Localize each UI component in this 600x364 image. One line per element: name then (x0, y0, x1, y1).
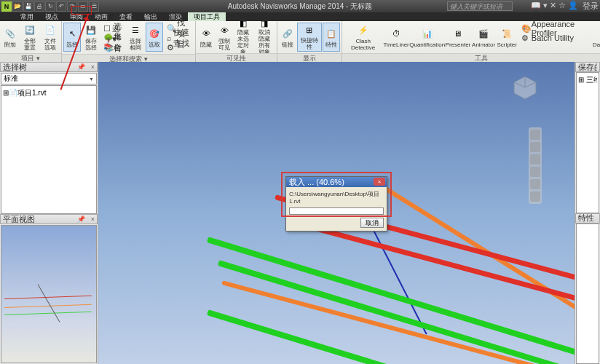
appearance-profiler-button[interactable]: 🎨Appearance Profiler (519, 23, 591, 33)
qat-save-icon[interactable]: 💾 (23, 1, 33, 12)
sets-button[interactable]: 📚集合 ▾ (101, 42, 125, 52)
nav-walk-icon[interactable] (530, 191, 540, 202)
sign-in[interactable]: 登录 (583, 1, 599, 12)
pin-icon[interactable]: 📌 (77, 63, 85, 71)
model-pipe[interactable] (207, 237, 575, 364)
selection-tree-title: 选择树 (3, 62, 27, 73)
scripter-icon: 📜 (500, 26, 514, 41)
nav-orbit-icon[interactable] (530, 167, 540, 177)
ribbon-group-visibility: 👁隐藏 👁强制可见 ◧隐藏未选定对象 ◨取消隐藏所有对象 可见性 (196, 21, 277, 61)
properties-header[interactable]: 特性 (575, 213, 600, 223)
qat-redo-icon[interactable]: ↷ (67, 1, 77, 12)
clash-button[interactable]: ⚡Clash Detective (344, 23, 382, 52)
cursor-icon: ↖ (65, 26, 79, 41)
select-same-button[interactable]: ☰选择相同 (127, 23, 145, 52)
dialog-path: C:\Users\wangyunan\Desktop\项目1.rvt (289, 190, 384, 205)
tree-item[interactable]: ⊞📄项目1.rvt (3, 87, 95, 99)
unhide-all-button[interactable]: ◨取消隐藏所有对象 (254, 23, 275, 52)
file-options-icon: 📄 (43, 23, 58, 37)
ribbon-group-tools: ⚡Clash Detective ⏱TimeLiner 📊Quantificat… (342, 21, 600, 61)
dialog-close-icon[interactable]: × (374, 178, 385, 186)
dialog-title-bar[interactable]: 载入 ... (40.6%) × (286, 177, 387, 187)
saved-viewpoints-header[interactable]: 保存的视点 (575, 62, 600, 72)
plan-view-title: 平面视图 (3, 214, 35, 225)
viewcube[interactable] (510, 73, 540, 102)
qat-select-icon[interactable]: ▭ (78, 1, 88, 12)
saved-viewpoints-tree[interactable]: ⊞ 三维视 (576, 72, 599, 213)
tree-mode-dropdown[interactable]: 标准 (1, 73, 97, 84)
help-icon[interactable]: 📖 ▾ ✕ ☆ 👤 (531, 1, 578, 12)
hide-unsel-icon: ◧ (236, 19, 250, 28)
navigation-bar[interactable] (529, 127, 542, 204)
cancel-button[interactable]: 取消 (360, 218, 384, 228)
timeliner-icon: ⏱ (389, 26, 403, 41)
nav-zoom-icon[interactable] (530, 154, 540, 165)
datatools-button[interactable]: 🗄DataTools (593, 23, 600, 52)
tree-icon: 🌳 (103, 33, 112, 42)
hide-unselected-button[interactable]: ◧隐藏未选定对象 (234, 23, 253, 52)
save-sel-icon: 💾 (84, 23, 98, 37)
quick-find-input[interactable]: ⌕快速查找 (165, 33, 193, 42)
plan-line (38, 284, 60, 322)
properties-panel[interactable] (576, 223, 599, 365)
batch-icon: ⚙ (521, 33, 530, 42)
search-input[interactable]: 键入关键字或短语 (447, 1, 513, 11)
pick-button[interactable]: 🎯选取 (146, 23, 163, 52)
close-icon[interactable]: × (91, 63, 95, 71)
animator-button[interactable]: 🎬Animator (472, 23, 496, 52)
require-button[interactable]: 👁强制可见 (216, 23, 233, 52)
close-icon[interactable]: × (91, 215, 95, 223)
tab-item-tools[interactable]: 项目工具 (188, 12, 226, 21)
dialog-title: 载入 ... (40.6%) (289, 177, 344, 188)
plan-line (4, 304, 92, 308)
refresh-icon: 🔄 (23, 23, 37, 37)
nav-look-icon[interactable] (530, 179, 540, 189)
window-controls: 📖 ▾ ✕ ☆ 👤 登录 (531, 1, 599, 12)
tab-output[interactable]: 输出 (138, 12, 163, 21)
selection-tree-header[interactable]: 选择树 📌 × (0, 62, 98, 72)
ribbon-tabs: 常用 视点 审阅 动画 查看 输出 渲染 项目工具 (0, 12, 600, 21)
file-options-button[interactable]: 📄文件选项 (40, 23, 60, 52)
presenter-button[interactable]: 🖥Presenter (445, 23, 470, 52)
model-pipe[interactable] (221, 280, 575, 364)
pin-icon[interactable]: 📌 (77, 215, 85, 223)
select-button[interactable]: ↖选择 (63, 23, 81, 52)
tab-review[interactable]: 审阅 (64, 12, 89, 21)
tab-home[interactable]: 常用 (15, 12, 39, 21)
links-button[interactable]: 🔗链接 (279, 23, 296, 52)
quantification-button[interactable]: 📊Quantification (410, 23, 444, 52)
app-logo[interactable]: N (1, 1, 12, 12)
batch-utility-button[interactable]: ⚙Batch Utility (519, 33, 591, 42)
scripter-button[interactable]: 📜Scripter (497, 23, 518, 52)
properties-button[interactable]: 📋特性 (323, 23, 340, 52)
qat-btn-8[interactable]: ☰ (89, 1, 99, 12)
tree-item[interactable]: ⊞ 三维视 (578, 74, 597, 86)
appearance-icon: 🎨 (521, 24, 530, 33)
qat-refresh-icon[interactable]: ↻ (45, 1, 55, 12)
sets-icon: 📚 (103, 43, 112, 52)
nav-pan-icon[interactable] (530, 142, 540, 152)
title-bar: N 📂 💾 🖨 ↻ ↶ ↷ ▭ ☰ Autodesk Navisworks Ma… (0, 0, 600, 12)
quick-props-icon: ⊞ (302, 24, 317, 36)
qat-print-icon[interactable]: 🖨 (34, 1, 44, 12)
qat-undo-icon[interactable]: ↶ (56, 1, 66, 12)
tab-animation[interactable]: 动画 (89, 12, 114, 21)
ribbon: 📎附加 🔄全部重置 📄文件选项 项目 ▾ ↖选择 💾保存选择 ☐全选 ▾ 🌳选择… (0, 21, 600, 62)
animator-icon: 🎬 (476, 26, 491, 41)
plan-view-header[interactable]: 平面视图 📌 × (0, 214, 98, 224)
save-selection-button[interactable]: 💾保存选择 (82, 23, 100, 52)
hide-button[interactable]: 👁隐藏 (197, 23, 215, 52)
clash-icon: ⚡ (356, 23, 371, 37)
quick-props-button[interactable]: ⊞快捷特性 (297, 23, 322, 52)
refresh-button[interactable]: 🔄全部重置 (20, 23, 39, 52)
nav-wheel-icon[interactable] (530, 130, 540, 140)
app-title: Autodesk Navisworks Manage 2014 - 无标题 (228, 1, 372, 12)
timeliner-button[interactable]: ⏱TimeLiner (383, 23, 409, 52)
selection-tree[interactable]: ⊞📄项目1.rvt (1, 85, 97, 214)
qat-open-icon[interactable]: 📂 (12, 1, 23, 12)
attach-button[interactable]: 📎附加 (1, 23, 19, 52)
plan-view[interactable] (1, 225, 97, 363)
tab-viewpoint[interactable]: 视点 (39, 12, 64, 21)
properties-title: 特性 (578, 213, 594, 223)
find-options[interactable]: ⚙ (165, 42, 193, 52)
